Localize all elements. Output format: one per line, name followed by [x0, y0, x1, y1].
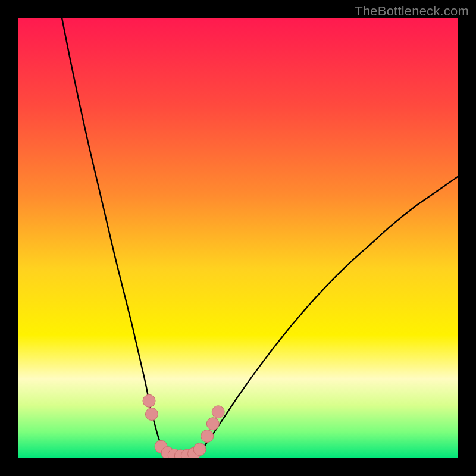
- curve-layer: [18, 18, 458, 458]
- data-marker: [201, 430, 214, 443]
- data-marker: [206, 418, 219, 430]
- bottleneck-curve: [62, 18, 458, 458]
- data-marker: [193, 443, 206, 456]
- watermark-text: TheBottleneck.com: [355, 4, 469, 19]
- chart-frame: TheBottleneck.com: [0, 0, 476, 476]
- data-marker: [212, 406, 224, 418]
- data-marker: [143, 394, 155, 407]
- plot-area: [18, 18, 458, 458]
- data-marker: [145, 408, 158, 421]
